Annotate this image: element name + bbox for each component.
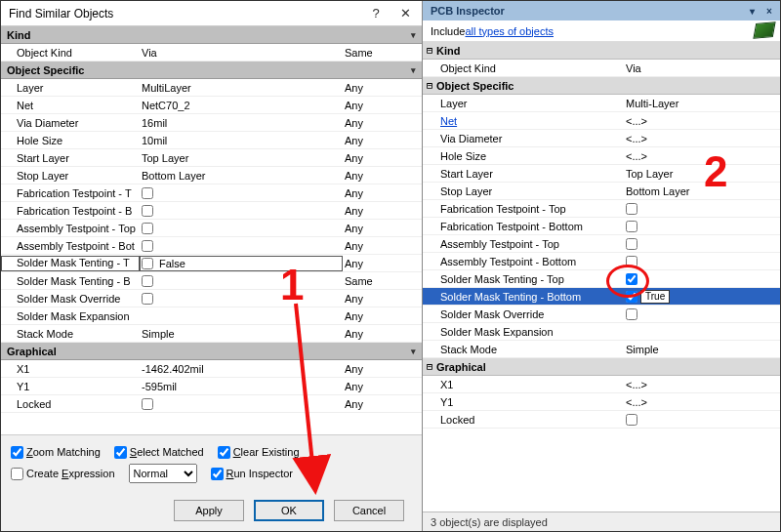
inspector-row[interactable]: Y1<...> — [423, 393, 780, 411]
inspector-value[interactable]: Simple — [624, 344, 780, 355]
property-value[interactable] — [140, 240, 343, 252]
property-row[interactable]: Stop LayerBottom LayerAny — [1, 167, 422, 184]
inspector-value[interactable] — [624, 308, 780, 320]
value-checkbox[interactable] — [626, 291, 637, 303]
inspector-value[interactable]: Via — [624, 62, 780, 74]
scope-select[interactable]: Any — [343, 398, 422, 410]
property-row[interactable]: Via Diameter16milAny — [1, 114, 422, 132]
value-checkbox[interactable] — [626, 414, 637, 426]
inspector-value[interactable] — [624, 238, 780, 250]
scope-select[interactable]: Any — [343, 100, 422, 111]
value-checkbox[interactable] — [142, 398, 153, 410]
scope-select[interactable]: Any — [343, 170, 422, 182]
property-row[interactable]: LockedAny — [1, 395, 422, 413]
value-checkbox[interactable] — [142, 205, 153, 217]
property-value[interactable]: Simple — [140, 328, 343, 340]
inspector-row[interactable]: Solder Mask Override — [423, 306, 780, 323]
property-value[interactable]: 16mil — [140, 117, 343, 129]
inspector-value[interactable] — [624, 203, 780, 215]
inspector-value[interactable]: <...> — [624, 115, 780, 127]
property-row[interactable]: Assembly Testpoint - BotAny — [1, 237, 422, 255]
value-checkbox[interactable] — [142, 275, 153, 287]
inspector-row[interactable]: Solder Mask Expansion — [423, 323, 780, 341]
value-checkbox[interactable] — [626, 238, 637, 250]
inspector-row[interactable]: Fabrication Testpoint - Bottom — [423, 218, 780, 235]
property-value[interactable]: NetC70_2 — [140, 100, 343, 111]
property-value[interactable]: MultiLayer — [140, 82, 343, 94]
include-link[interactable]: all types of objects — [465, 25, 554, 37]
inspector-row[interactable]: Hole Size<...> — [423, 147, 780, 165]
property-value[interactable]: Via — [140, 47, 343, 59]
ok-button[interactable]: OK — [254, 500, 324, 521]
inspector-row[interactable]: Solder Mask Tenting - Top — [423, 270, 780, 288]
scope-select[interactable]: Any — [343, 328, 422, 340]
value-checkbox[interactable] — [626, 273, 637, 285]
clear-existing-checkbox[interactable]: Clear Existing — [218, 446, 300, 459]
scope-select[interactable]: Any — [343, 205, 422, 217]
inspector-row[interactable]: LayerMulti-Layer — [423, 95, 780, 112]
scope-select[interactable]: Any — [343, 381, 422, 392]
value-checkbox[interactable] — [626, 256, 637, 267]
property-value[interactable] — [140, 275, 343, 287]
inspector-row[interactable]: Fabrication Testpoint - Top — [423, 200, 780, 218]
select-matched-input[interactable] — [114, 446, 127, 459]
help-button[interactable]: ? — [361, 3, 390, 24]
scope-select[interactable]: Any — [343, 135, 422, 146]
create-expression-checkbox[interactable]: Create Expression — [11, 468, 115, 480]
inspector-row[interactable]: Net<...> — [423, 112, 780, 130]
inspector-value[interactable]: Bottom Layer — [624, 185, 780, 197]
isection-kind[interactable]: ⊟Kind — [423, 42, 780, 60]
property-row[interactable]: X1-1462.402milAny — [1, 360, 422, 378]
scope-select[interactable]: Any — [343, 310, 422, 322]
value-checkbox[interactable] — [626, 308, 637, 320]
inspector-link[interactable]: Net — [440, 115, 457, 127]
property-value[interactable]: Bottom Layer — [140, 170, 343, 182]
run-inspector-checkbox[interactable]: Run Inspector — [211, 468, 294, 480]
create-expression-input[interactable] — [11, 468, 23, 480]
property-value[interactable] — [140, 398, 343, 410]
property-row[interactable]: NetNetC70_2Any — [1, 97, 422, 114]
dropdown-icon[interactable]: ▾ — [743, 3, 760, 19]
property-value[interactable]: -1462.402mil — [140, 363, 343, 375]
scope-select[interactable]: Any — [343, 240, 422, 252]
property-value[interactable]: -595mil — [140, 381, 343, 392]
property-row[interactable]: Y1-595milAny — [1, 378, 422, 395]
property-value[interactable]: 10mil — [140, 135, 343, 146]
property-row[interactable]: Fabrication Testpoint - TAny — [1, 184, 422, 202]
inspector-row[interactable]: Locked — [423, 411, 780, 429]
property-row[interactable]: Solder Mask OverrideAny — [1, 290, 422, 307]
inspector-row[interactable]: Assembly Testpoint - Top — [423, 235, 780, 253]
inspector-row[interactable]: Start LayerTop Layer — [423, 165, 780, 183]
value-checkbox[interactable] — [142, 187, 153, 199]
inspector-value[interactable]: Multi-Layer — [624, 98, 780, 109]
close-button[interactable]: ✕ — [390, 3, 420, 24]
property-value[interactable]: False — [140, 256, 343, 271]
inspector-value[interactable] — [624, 273, 780, 285]
section-graphical[interactable]: Graphical▾ — [1, 343, 422, 360]
property-row[interactable]: Assembly Testpoint - TopAny — [1, 220, 422, 237]
zoom-matching-checkbox[interactable]: Zoom Matching — [11, 446, 101, 459]
property-value[interactable] — [140, 223, 343, 234]
property-row[interactable]: LayerMultiLayerAny — [1, 79, 422, 97]
value-checkbox[interactable] — [626, 221, 637, 232]
property-row[interactable]: Hole Size10milAny — [1, 132, 422, 149]
apply-button[interactable]: Apply — [174, 500, 244, 521]
inspector-value[interactable]: <...> — [624, 150, 780, 162]
inspector-value[interactable] — [624, 256, 780, 267]
inspector-value[interactable] — [624, 221, 780, 232]
cancel-button[interactable]: Cancel — [334, 500, 404, 521]
property-row[interactable]: Object KindViaSame — [1, 44, 422, 61]
scope-select[interactable]: Same — [343, 275, 422, 287]
inspector-row[interactable]: Assembly Testpoint - Bottom — [423, 253, 780, 270]
inspector-value[interactable]: True — [624, 290, 780, 304]
scope-select[interactable]: Any — [343, 82, 422, 94]
value-checkbox[interactable] — [142, 293, 153, 305]
mask-mode-select[interactable]: Normal — [129, 464, 197, 483]
inspector-row[interactable]: Solder Mask Tenting - BottomTrue — [423, 288, 780, 306]
inspector-value[interactable]: <...> — [624, 396, 780, 408]
inspector-value[interactable]: <...> — [624, 379, 780, 390]
section-object-specific[interactable]: Object Specific▾ — [1, 61, 422, 79]
clear-existing-input[interactable] — [218, 446, 230, 459]
inspector-value[interactable] — [624, 414, 780, 426]
property-row[interactable]: Start LayerTop LayerAny — [1, 149, 422, 167]
